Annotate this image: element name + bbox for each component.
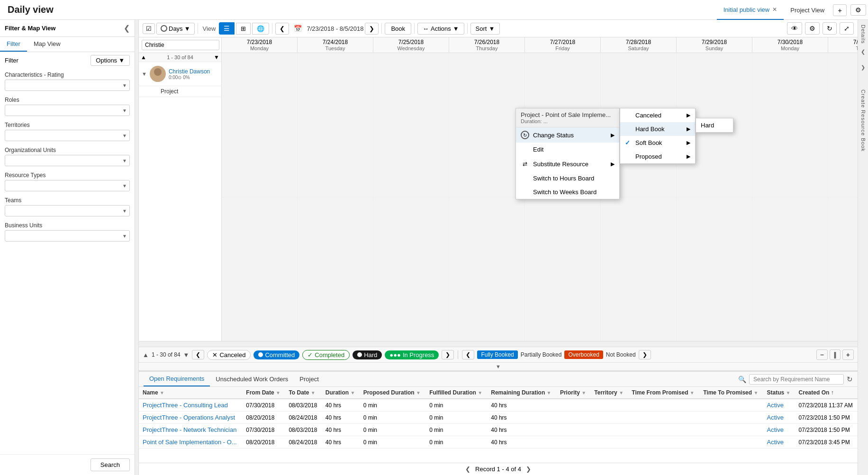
req-name-link[interactable]: ProjectThree - Operations Analyst (143, 414, 235, 421)
tab-unscheduled-work-orders[interactable]: Unscheduled Work Orders (210, 372, 294, 386)
submenu-hard-book[interactable]: ✓ Hard Book ▶ (620, 122, 695, 136)
tab-project-view[interactable]: Project View (784, 0, 831, 20)
req-search-icon-button[interactable]: 🔍 (738, 376, 746, 383)
prev-page-button[interactable]: ❮ (192, 350, 204, 359)
resource-search-input[interactable] (142, 40, 219, 50)
status-link[interactable]: Active (767, 439, 784, 446)
resource-list-up-button[interactable]: ▲ (141, 54, 146, 61)
globe-view-button[interactable]: 🌐 (252, 23, 269, 35)
list-toggle-icon[interactable]: ☑ (143, 23, 155, 34)
resource-name[interactable]: Christie Dawson (169, 68, 210, 75)
options-button[interactable]: Options ▼ (90, 55, 130, 66)
proposed-check: ✓ (625, 153, 633, 160)
calendar-icon-button[interactable]: 📅 (290, 22, 305, 35)
status-link[interactable]: Active (767, 426, 784, 433)
req-name-link[interactable]: Point of Sale Implementation - O... (143, 439, 237, 446)
col-remaining-duration[interactable]: Remaining Duration ▼ (487, 387, 556, 399)
req-prev-button[interactable]: ❮ (465, 466, 470, 473)
status-link[interactable]: Active (767, 414, 784, 421)
inprogress-badge[interactable]: ●●● In Progress (385, 350, 439, 359)
teams-select[interactable] (5, 205, 130, 216)
ctx-switch-weeks[interactable]: Switch to Weeks Board (516, 185, 619, 199)
business-units-select[interactable] (5, 230, 130, 242)
req-name-link[interactable]: ProjectThree - Consulting Lead (143, 402, 228, 409)
details-left-arrow[interactable]: ❮ (861, 49, 865, 55)
hard-book-check: ✓ (625, 125, 633, 133)
sort-dropdown-icon: ▼ (488, 25, 495, 32)
col-to-date[interactable]: To Date ▼ (285, 387, 321, 399)
col-created-on[interactable]: Created On ↑ (795, 387, 858, 399)
tab-open-requirements[interactable]: Open Requirements (144, 372, 210, 386)
list-view-button[interactable]: ☰ (219, 22, 235, 35)
sidebar-tab-filter[interactable]: Filter (0, 37, 27, 52)
ctx-substitute-resource[interactable]: ⇄ Substitute Resource ▶ (516, 156, 619, 171)
col-territory[interactable]: Territory ▼ (590, 387, 628, 399)
close-tab-icon[interactable]: ✕ (772, 6, 777, 13)
roles-select[interactable] (5, 105, 130, 116)
submenu-soft-book[interactable]: ✓ Soft Book ▶ (620, 136, 695, 150)
collapse-resource-button[interactable]: ▼ (142, 71, 147, 77)
settings-button[interactable]: ⚙ (850, 4, 866, 16)
zoom-pause-button[interactable]: ∥ (830, 350, 841, 360)
days-dropdown[interactable]: Days ▼ (156, 23, 195, 35)
add-tab-button[interactable]: + (833, 4, 847, 16)
prev-booking-button[interactable]: ❮ (462, 350, 474, 359)
col-priority[interactable]: Priority ▼ (556, 387, 590, 399)
next-page-button[interactable]: ❯ (442, 350, 454, 359)
expand-button[interactable]: ⤢ (840, 22, 854, 35)
zoom-in-button[interactable]: + (842, 350, 854, 360)
resource-list-down-button[interactable]: ▼ (214, 54, 219, 61)
resource-types-select[interactable] (5, 180, 130, 191)
expand-down-button[interactable]: ▼ (183, 351, 190, 358)
col-fulfilled-duration[interactable]: Fulfilled Duration ▼ (425, 387, 487, 399)
grid-view-button[interactable]: ⊞ (236, 23, 251, 35)
ctx-change-status[interactable]: ↻ Change Status ▶ (516, 127, 619, 143)
tab-project[interactable]: Project (294, 372, 324, 386)
ctx-switch-hours[interactable]: Switch to Hours Board (516, 171, 619, 185)
submenu-hard-item[interactable]: Hard (696, 118, 733, 132)
prev-date-button[interactable]: ❮ (275, 23, 289, 35)
sidebar-resize-handle[interactable] (135, 20, 139, 475)
col-from-date[interactable]: From Date ▼ (242, 387, 285, 399)
org-units-select[interactable] (5, 155, 130, 166)
canceled-badge[interactable]: ✕ Canceled (207, 350, 251, 360)
sort-button[interactable]: Sort ▼ (470, 23, 500, 35)
col-time-from-promised[interactable]: Time From Promised ▼ (628, 387, 699, 399)
hard-badge[interactable]: Hard (353, 350, 382, 359)
visibility-button[interactable]: 👁 (787, 22, 802, 35)
next-booking-button[interactable]: ❯ (639, 350, 651, 359)
submenu-proposed[interactable]: ✓ Proposed ▶ (620, 150, 695, 163)
bottom-chevron[interactable]: ▼ (139, 363, 858, 371)
actions-button[interactable]: ↔ Actions ▼ (417, 23, 464, 35)
tab-initial-public-view[interactable]: Initial public view ✕ (717, 0, 784, 20)
req-next-button[interactable]: ❯ (526, 466, 531, 473)
cal-date-0: 7/23/2018Monday (222, 37, 298, 53)
characteristics-select[interactable] (5, 80, 130, 91)
book-button[interactable]: Book (385, 23, 411, 35)
req-refresh-button[interactable]: ↻ (847, 375, 853, 384)
details-panel[interactable]: Details ❮ ❯ Create Resource Book (858, 20, 868, 475)
col-status[interactable]: Status ▼ (763, 387, 795, 399)
expand-up-button[interactable]: ▲ (143, 351, 149, 358)
sidebar-collapse-button[interactable]: ❮ (124, 24, 130, 33)
committed-badge[interactable]: Committed (253, 350, 299, 359)
col-name[interactable]: Name ▼ (139, 387, 242, 399)
req-name-link[interactable]: ProjectThree - Network Technician (143, 426, 236, 433)
search-button[interactable]: Search (90, 458, 130, 471)
ctx-edit[interactable]: Edit (516, 143, 619, 156)
col-time-to-promised[interactable]: Time To Promised ▼ (699, 387, 763, 399)
territories-select[interactable] (5, 130, 130, 141)
horizontal-scrollbar[interactable] (139, 341, 858, 347)
details-right-arrow[interactable]: ❯ (861, 64, 865, 71)
refresh-button[interactable]: ↻ (823, 22, 837, 35)
col-proposed-duration[interactable]: Proposed Duration ▼ (360, 387, 426, 399)
status-link[interactable]: Active (767, 402, 784, 409)
col-duration[interactable]: Duration ▼ (322, 387, 360, 399)
req-search-input[interactable] (749, 374, 844, 385)
zoom-out-button[interactable]: − (816, 350, 828, 360)
settings-gear-button[interactable]: ⚙ (805, 22, 820, 35)
sidebar-tab-map-view[interactable]: Map View (27, 37, 67, 52)
completed-badge[interactable]: ✓ Completed (302, 350, 350, 360)
next-date-button[interactable]: ❯ (365, 23, 379, 35)
submenu-canceled[interactable]: ✓ Canceled ▶ (620, 108, 695, 122)
